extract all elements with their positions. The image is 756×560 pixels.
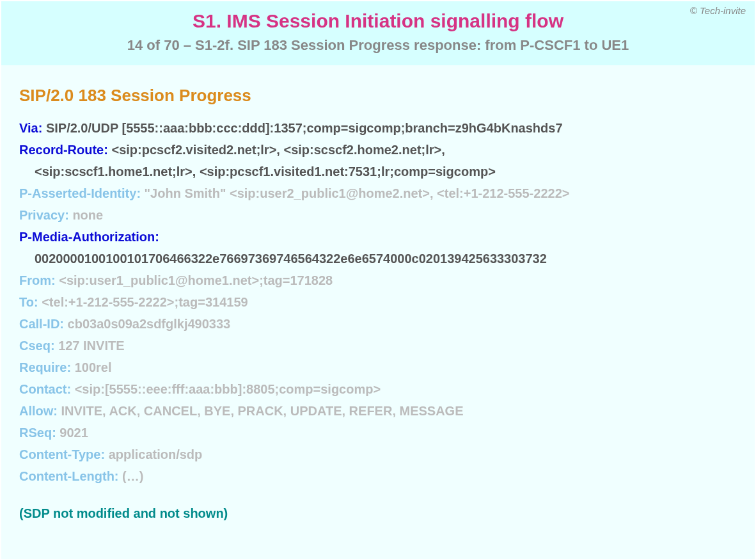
header-value: 127 INVITE	[58, 339, 124, 353]
sip-header-record-route-cont: <sip:scscf1.home1.net;lr>, <sip:pcscf1.v…	[19, 161, 737, 182]
header-name: Call-ID	[19, 317, 59, 331]
header-value: "John Smith" <sip:user2_public1@home2.ne…	[145, 186, 570, 200]
header-value: <sip:scscf1.home1.net;lr>, <sip:pcscf1.v…	[35, 164, 496, 179]
sdp-note: (SDP not modified and not shown)	[19, 506, 737, 521]
sip-header-rseq: RSeq: 9021	[19, 422, 737, 444]
header-name: RSeq	[19, 426, 52, 440]
header-value: application/sdp	[109, 447, 203, 461]
sip-header-contact: Contact: <sip:[5555::eee:fff:aaa:bbb]:88…	[19, 378, 737, 400]
header-value: <sip:pcscf2.visited2.net;lr>, <sip:scscf…	[111, 143, 445, 157]
header-value: <sip:user1_public1@home1.net>;tag=171828	[59, 273, 333, 287]
header-value: INVITE, ACK, CANCEL, BYE, PRACK, UPDATE,…	[61, 404, 464, 418]
header-name: Content-Type	[19, 447, 100, 461]
sip-header-via: Via: SIP/2.0/UDP [5555::aaa:bbb:ccc:ddd]…	[19, 117, 737, 139]
header-name: P-Media-Authorization	[19, 230, 155, 244]
sip-header-call-id: Call-ID: cb03a0s09a2sdfglkj490333	[19, 313, 737, 335]
header-name: Via	[19, 121, 38, 135]
sip-header-p-media-authorization-value: 0020000100100101706466322e76697369746564…	[19, 248, 737, 269]
sip-header-p-media-authorization: P-Media-Authorization:	[19, 226, 737, 248]
header-name: Privacy	[19, 208, 65, 222]
copyright-notice: © Tech-invite	[690, 5, 746, 16]
sip-header-content-length: Content-Length: (…)	[19, 465, 737, 487]
header-name: Allow	[19, 404, 53, 418]
header-name: Require	[19, 360, 67, 374]
sip-header-allow: Allow: INVITE, ACK, CANCEL, BYE, PRACK, …	[19, 400, 737, 422]
page-subtitle: 14 of 70 – S1-2f. SIP 183 Session Progre…	[14, 37, 742, 54]
sip-header-p-asserted-identity: P-Asserted-Identity: "John Smith" <sip:u…	[19, 182, 737, 204]
sip-header-from: From: <sip:user1_public1@home1.net>;tag=…	[19, 269, 737, 291]
header-name: P-Asserted-Identity	[19, 186, 136, 200]
header-value: (…)	[122, 469, 143, 483]
sip-header-privacy: Privacy: none	[19, 204, 737, 226]
sip-header-to: To: <tel:+1-212-555-2222>;tag=314159	[19, 291, 737, 313]
sip-header-cseq: Cseq: 127 INVITE	[19, 335, 737, 356]
header-value: cb03a0s09a2sdfglkj490333	[68, 317, 231, 331]
header-name: Cseq	[19, 339, 51, 353]
header-value: <tel:+1-212-555-2222>;tag=314159	[42, 295, 248, 309]
document-frame: © Tech-invite S1. IMS Session Initiation…	[1, 1, 755, 559]
header-name: Record-Route	[19, 143, 104, 157]
document-header: © Tech-invite S1. IMS Session Initiation…	[1, 1, 755, 65]
header-name: To	[19, 295, 34, 309]
header-name: Contact	[19, 382, 67, 396]
sip-header-record-route: Record-Route: <sip:pcscf2.visited2.net;l…	[19, 139, 737, 161]
header-value: SIP/2.0/UDP [5555::aaa:bbb:ccc:ddd]:1357…	[46, 121, 563, 135]
document-body: SIP/2.0 183 Session Progress Via: SIP/2.…	[1, 65, 755, 559]
header-value: none	[72, 208, 103, 222]
sip-header-require: Require: 100rel	[19, 356, 737, 378]
header-value: <sip:[5555::eee:fff:aaa:bbb]:8805;comp=s…	[75, 382, 381, 396]
header-value: 100rel	[75, 360, 112, 374]
header-value: 9021	[59, 426, 88, 440]
header-value: 0020000100100101706466322e76697369746564…	[35, 252, 547, 266]
sip-status-line: SIP/2.0 183 Session Progress	[19, 86, 737, 106]
header-name: Content-Length	[19, 469, 114, 483]
header-name: From	[19, 273, 51, 287]
sip-header-content-type: Content-Type: application/sdp	[19, 444, 737, 465]
page-title: S1. IMS Session Initiation signalling fl…	[14, 10, 742, 32]
